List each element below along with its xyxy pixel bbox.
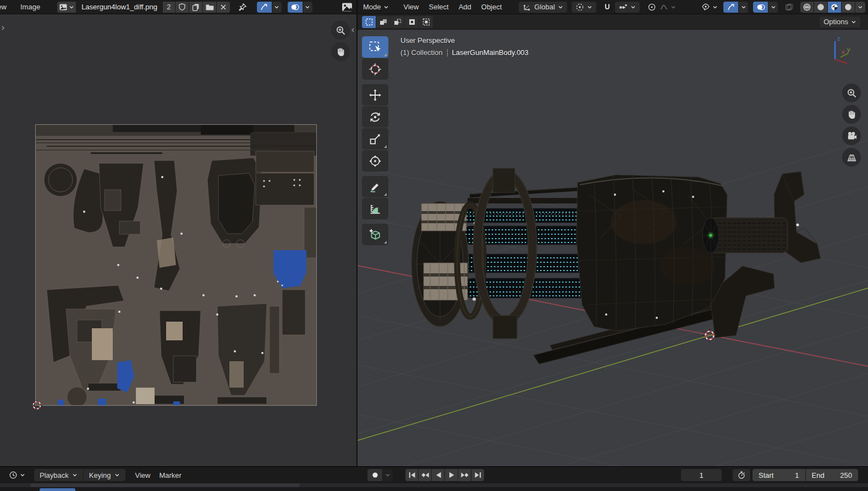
transform-tool[interactable] (362, 150, 388, 172)
editor-type-button[interactable] (339, 1, 355, 13)
select-subtract-button[interactable] (391, 16, 404, 28)
timeline-editor-type-button[interactable] (4, 471, 30, 479)
select-box-tool[interactable] (362, 36, 388, 58)
jump-to-start-button[interactable] (405, 469, 418, 481)
image-name-field[interactable]: Lasergun4low1_diff.png (76, 2, 162, 13)
current-frame-field[interactable]: 1 (681, 469, 722, 481)
gizmo-x-label: x (842, 48, 845, 55)
select-invert-button[interactable] (405, 16, 419, 28)
xray-toggle[interactable] (783, 3, 796, 12)
overlays-dropdown[interactable] (303, 2, 312, 13)
vp-ortho-toggle-button[interactable] (842, 148, 861, 167)
timeline-track-area[interactable] (0, 487, 868, 491)
ie-pan-button[interactable] (331, 42, 350, 61)
gizmo-dropdown[interactable] (739, 2, 748, 13)
gizmos-dropdown[interactable] (272, 2, 282, 13)
auto-key-button[interactable] (367, 469, 382, 481)
playhead-marker[interactable] (40, 488, 75, 491)
select-intersect-icon (422, 18, 431, 26)
clipped-view-menu[interactable]: View (0, 3, 12, 11)
timeline-view-menu[interactable]: View (131, 471, 155, 479)
add-cube-icon (369, 228, 382, 241)
shading-solid-button[interactable] (814, 2, 827, 13)
users-count-badge[interactable]: 2 (163, 2, 175, 13)
mode-selector[interactable]: Mode (359, 3, 393, 11)
chevron-down-icon (771, 4, 776, 10)
open-image-button[interactable] (203, 2, 216, 13)
rotate-tool[interactable] (362, 106, 388, 128)
cursor-tool[interactable] (362, 58, 388, 80)
proportional-edit-toggle[interactable] (645, 3, 658, 12)
play-button[interactable] (445, 469, 458, 481)
overlays-dropdown[interactable] (768, 2, 778, 13)
chevron-down-icon (858, 4, 863, 10)
timeline-marker-menu[interactable]: Marker (155, 471, 185, 479)
shading-wireframe-button[interactable] (800, 2, 814, 13)
new-image-button[interactable] (189, 2, 202, 13)
chevron-down-icon (69, 4, 74, 10)
play-reverse-button[interactable] (432, 469, 444, 481)
show-gizmo-toggle[interactable] (723, 2, 738, 13)
viewport-canvas[interactable]: User Perspective (1) Collection LaserGun… (358, 30, 868, 466)
object-origin-dot (796, 224, 799, 227)
unlink-image-button[interactable] (217, 2, 230, 13)
select-set-button[interactable] (362, 16, 376, 28)
jump-to-end-button[interactable] (471, 469, 484, 481)
browse-image-button[interactable] (57, 2, 76, 13)
select-intersect-button[interactable] (419, 16, 433, 28)
falloff-dropdown[interactable] (658, 3, 677, 12)
shading-material-button[interactable] (828, 2, 841, 13)
use-preview-range-button[interactable] (733, 469, 750, 481)
gizmos-toggle[interactable] (257, 2, 272, 13)
pin-button[interactable] (236, 3, 249, 12)
keying-popover[interactable]: Keying (84, 469, 125, 481)
show-overlays-toggle[interactable] (753, 2, 768, 13)
image-editor-canvas[interactable]: › (0, 14, 358, 466)
ie-zoom-button[interactable] (331, 21, 350, 40)
vp-add-menu[interactable]: Add (454, 3, 476, 11)
scale-tool[interactable] (362, 128, 388, 150)
playback-popover[interactable]: Playback (34, 469, 83, 481)
axis-gizmo[interactable]: z x y (821, 34, 851, 65)
fake-user-button[interactable] (175, 2, 189, 13)
vp-zoom-button[interactable] (842, 84, 861, 102)
vp-object-menu[interactable]: Object (476, 3, 507, 11)
chevron-down-icon (114, 472, 120, 478)
next-keyframe-button[interactable] (458, 469, 471, 481)
shading-dropdown[interactable] (855, 2, 865, 13)
editor-divider[interactable] (356, 0, 358, 466)
pivot-point-dropdown[interactable] (572, 2, 596, 13)
move-tool[interactable] (362, 84, 388, 106)
start-value: 1 (795, 471, 799, 479)
options-button[interactable]: Options (820, 16, 860, 27)
overlays-toggle[interactable] (288, 2, 303, 13)
auto-key-dropdown[interactable] (383, 469, 393, 481)
vp-camera-view-button[interactable] (842, 126, 861, 145)
sidebar-collapse-arrow[interactable]: ‹ (351, 25, 355, 35)
snap-target-dropdown[interactable] (615, 2, 640, 13)
end-frame-field[interactable]: End 250 (806, 469, 859, 481)
vp-pan-button[interactable] (842, 105, 861, 124)
active-object-name: LaserGunMainBody.003 (452, 48, 529, 57)
image-menu[interactable]: Image (15, 3, 45, 11)
transform-orientation-dropdown[interactable]: Global (519, 2, 567, 13)
start-frame-field[interactable]: Start 1 (752, 469, 805, 481)
add-cube-tool[interactable] (362, 224, 388, 245)
annotate-tool[interactable] (362, 176, 388, 197)
play-icon (447, 471, 456, 479)
prev-keyframe-button[interactable] (419, 469, 431, 481)
image-datablock-widget: Lasergun4low1_diff.png 2 (57, 2, 230, 13)
shading-rendered-button[interactable] (842, 2, 855, 13)
vp-select-menu[interactable]: Select (424, 3, 453, 11)
vp-view-menu[interactable]: View (399, 3, 424, 11)
scrollbar-thumb[interactable] (30, 483, 300, 487)
select-box-icon (369, 41, 382, 54)
select-extend-button[interactable] (376, 16, 390, 28)
snap-toggle[interactable] (601, 3, 614, 12)
timeline-scrollbar[interactable] (0, 483, 868, 487)
visibility-dropdown[interactable] (699, 3, 720, 12)
timeline-editor: Playback Keying View Marker (0, 467, 868, 491)
measure-tool[interactable] (362, 198, 388, 219)
toolbar-expand-arrow[interactable]: › (1, 23, 5, 32)
view-menu[interactable]: View (0, 3, 7, 11)
